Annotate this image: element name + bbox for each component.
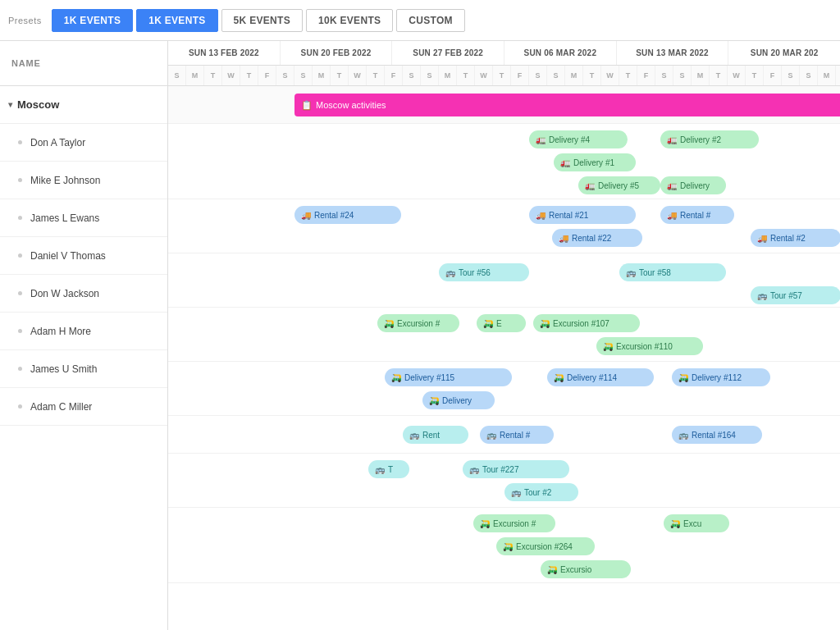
event-label: Tour #227 bbox=[482, 465, 518, 474]
day-header: S bbox=[168, 66, 186, 85]
excursion110-bar[interactable]: 🛺 Excursion #110 bbox=[596, 337, 703, 355]
t-bar[interactable]: 🚌 T bbox=[368, 460, 409, 478]
sidebar-row-daniel-thomas[interactable]: Daniel V Thomas bbox=[0, 237, 167, 275]
tour56-bar[interactable]: 🚌 Tour #56 bbox=[439, 263, 529, 281]
preset-10k-button[interactable]: 10K EVENTS bbox=[306, 9, 393, 32]
excursion-m-bar[interactable]: 🛺 Excursion # bbox=[473, 514, 555, 532]
event-label: Excursion # bbox=[397, 319, 440, 328]
rental-bar2[interactable]: 🚌 Rental # bbox=[480, 426, 554, 444]
event-label: Excursion #264 bbox=[516, 542, 573, 551]
delivery4-bar[interactable]: 🚛 Delivery #4 bbox=[529, 130, 628, 148]
event-label: Moscow activities bbox=[316, 100, 386, 110]
delivery115-bar[interactable]: 🛺 Delivery #115 bbox=[385, 368, 512, 386]
sidebar-row-don-taylor[interactable]: Don A Taylor bbox=[0, 124, 167, 162]
event-label: Delivery #2 bbox=[680, 135, 721, 144]
rental21-bar[interactable]: 🚚 Rental #21 bbox=[529, 206, 636, 224]
moscow-activities-bar[interactable]: 📋 Moscow activities bbox=[294, 94, 840, 116]
event-label: Rental #21 bbox=[549, 211, 588, 220]
event-label: Delivery #5 bbox=[598, 181, 639, 190]
day-header: S bbox=[547, 66, 565, 85]
grid-body: 📋 Moscow activities 🚛 Delivery #4 🚛 Deli… bbox=[168, 86, 840, 583]
sidebar-row-don-jackson[interactable]: Don W Jackson bbox=[0, 275, 167, 313]
group-label: Moscow bbox=[17, 98, 59, 111]
event-label: Excu bbox=[683, 519, 701, 528]
day-header: T bbox=[746, 66, 764, 85]
day-header: T bbox=[240, 66, 258, 85]
event-icon: 📋 bbox=[301, 100, 313, 111]
week-cell: SUN 20 MAR 202 bbox=[728, 41, 840, 65]
sidebar-row-james-smith[interactable]: James U Smith bbox=[0, 350, 167, 388]
person-name: Adam H More bbox=[30, 326, 91, 337]
excu-bar[interactable]: 🛺 Excu bbox=[664, 514, 729, 532]
day-header: T bbox=[204, 66, 222, 85]
sidebar-row-james-ewans[interactable]: James L Ewans bbox=[0, 199, 167, 237]
tour57-bar[interactable]: 🚌 Tour #57 bbox=[751, 286, 840, 304]
day-header: T bbox=[710, 66, 728, 85]
event-label: Excursion #110 bbox=[616, 342, 673, 351]
preset-custom-button[interactable]: CUSTOM bbox=[396, 9, 465, 32]
delivery-bar2[interactable]: 🛺 Delivery bbox=[422, 391, 495, 409]
sidebar-group-moscow[interactable]: ▾ Moscow bbox=[0, 86, 167, 124]
row-daniel-thomas: 🛺 Excursion # 🛺 E 🛺 Excursion #107 bbox=[168, 308, 840, 362]
excursio-bar[interactable]: 🛺 Excursio bbox=[541, 560, 631, 578]
excursion107-bar[interactable]: 🛺 Excursion #107 bbox=[533, 314, 640, 332]
rental-bar[interactable]: 🚚 Rental # bbox=[660, 206, 734, 224]
event-label: Tour #2 bbox=[524, 488, 551, 497]
rent-bar[interactable]: 🚌 Rent bbox=[403, 426, 468, 444]
preset-1k-active-button[interactable]: 1K EVENTS bbox=[136, 9, 217, 32]
excursion-bar[interactable]: 🛺 Excursion # bbox=[377, 314, 459, 332]
chevron-down-icon: ▾ bbox=[8, 100, 12, 109]
day-header: M bbox=[186, 66, 204, 85]
rental2x-bar[interactable]: 🚚 Rental #2 bbox=[751, 229, 840, 247]
sidebar-row-adam-more[interactable]: Adam H More bbox=[0, 313, 167, 350]
delivery112-bar[interactable]: 🛺 Delivery #112 bbox=[672, 368, 770, 386]
event-label: Delivery #112 bbox=[692, 373, 742, 382]
tour2x-bar[interactable]: 🚌 Tour #2 bbox=[504, 483, 578, 501]
rental164-bar[interactable]: 🚌 Rental #164 bbox=[672, 426, 762, 444]
preset-1k-button[interactable]: 1K EVENTS bbox=[52, 9, 133, 32]
delivery-bar[interactable]: 🚛 Delivery bbox=[660, 176, 726, 194]
preset-5k-button[interactable]: 5K EVENTS bbox=[221, 9, 303, 32]
calendar-inner: SUN 13 FEB 2022 SUN 20 FEB 2022 SUN 27 F… bbox=[168, 41, 840, 583]
event-label: Delivery #114 bbox=[567, 373, 617, 382]
bus-icon: 🚌 bbox=[757, 291, 767, 300]
tour227-bar[interactable]: 🚌 Tour #227 bbox=[463, 460, 569, 478]
rental22-bar[interactable]: 🚚 Rental #22 bbox=[552, 229, 642, 247]
truck-icon: 🚚 bbox=[559, 234, 568, 243]
delivery2-bar[interactable]: 🚛 Delivery #2 bbox=[660, 130, 759, 148]
excursion264-bar[interactable]: 🛺 Excursion #264 bbox=[496, 537, 595, 555]
excursion-e-bar[interactable]: 🛺 E bbox=[477, 314, 526, 332]
dot-icon bbox=[18, 140, 22, 144]
event-label: Excursion #107 bbox=[553, 319, 609, 328]
day-header: S bbox=[673, 66, 692, 85]
scooter-icon: 🛺 bbox=[603, 342, 613, 351]
scooter-icon: 🛺 bbox=[540, 319, 550, 328]
day-header: M bbox=[439, 66, 457, 85]
delivery5-bar[interactable]: 🚛 Delivery #5 bbox=[578, 176, 660, 194]
week-cell: SUN 27 FEB 2022 bbox=[392, 41, 504, 65]
day-header: F bbox=[511, 66, 529, 85]
bus-icon: 🚌 bbox=[678, 431, 688, 440]
sidebar-row-mike-johnson[interactable]: Mike E Johnson bbox=[0, 162, 167, 199]
person-name: Adam C Miller bbox=[30, 401, 92, 413]
tour58-bar[interactable]: 🚌 Tour #58 bbox=[619, 263, 726, 281]
delivery114-bar[interactable]: 🛺 Delivery #114 bbox=[547, 368, 654, 386]
day-header: S bbox=[529, 66, 547, 85]
row-james-ewans: 🚌 Tour #56 🚌 Tour #58 🚌 Tour #57 bbox=[168, 253, 840, 308]
event-label: Rental #2 bbox=[770, 234, 806, 243]
presets-bar: Presets 1K EVENTS 1K EVENTS 5K EVENTS 10… bbox=[0, 0, 840, 41]
event-label: Delivery bbox=[680, 181, 710, 190]
person-name: Don A Taylor bbox=[30, 137, 85, 148]
person-name: James L Ewans bbox=[30, 212, 99, 224]
row-james-smith: 🚌 T 🚌 Tour #227 🚌 Tour #2 bbox=[168, 454, 840, 508]
rental24-bar[interactable]: 🚚 Rental #24 bbox=[294, 206, 401, 224]
sidebar-row-adam-miller[interactable]: Adam C Miller bbox=[0, 388, 167, 426]
day-header: S bbox=[276, 66, 294, 85]
day-header: M bbox=[313, 66, 331, 85]
truck-icon: 🚚 bbox=[757, 234, 767, 243]
row-mike-johnson: 🚚 Rental #24 🚚 Rental #21 🚚 Rental # bbox=[168, 199, 840, 253]
delivery1-bar[interactable]: 🚛 Delivery #1 bbox=[554, 153, 636, 171]
event-label: Rent bbox=[422, 431, 440, 440]
day-header: T bbox=[493, 66, 511, 85]
truck-icon: 🚚 bbox=[536, 211, 546, 220]
